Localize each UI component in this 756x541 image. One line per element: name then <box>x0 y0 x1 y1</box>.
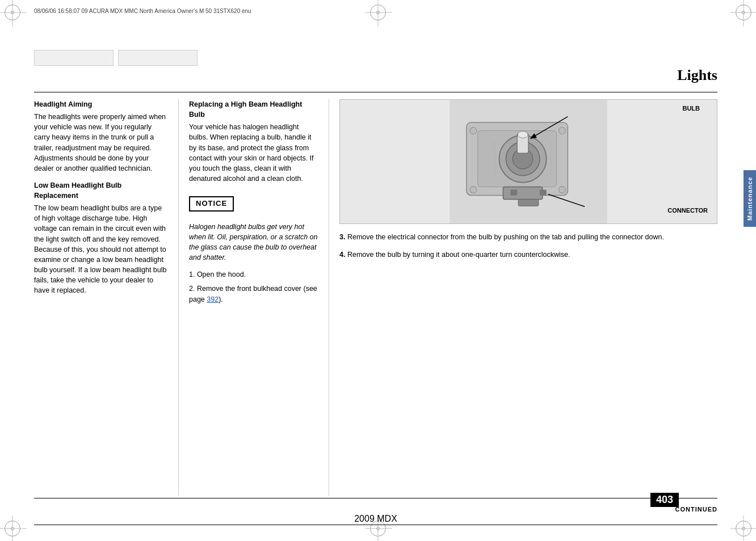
steps: 1. Open the hood. 2. Remove the front bu… <box>189 269 318 305</box>
maintenance-label: Maintenance <box>746 176 753 221</box>
low-beam-title-text: Low Beam Headlight BulbReplacement <box>34 181 121 200</box>
step-3: 3. Remove the electrical connector from … <box>339 232 717 243</box>
step-4: 4. Remove the bulb by turning it about o… <box>339 250 717 260</box>
notice-box: NOTICE <box>189 196 234 212</box>
diagram-label-bulb: BULB <box>682 104 700 113</box>
reg-mark-bl <box>5 521 20 536</box>
svg-point-16 <box>470 187 477 193</box>
page-number: 403 <box>650 493 679 507</box>
diagram-container: BULB CONNECTOR <box>339 99 717 224</box>
maintenance-sidebar: Maintenance <box>744 170 756 227</box>
step-2-end: ). <box>219 295 223 303</box>
step-4-num: 4. <box>339 251 345 259</box>
svg-point-14 <box>470 128 477 134</box>
high-beam-title-text: Replacing a High Beam Headlight Bulb <box>189 100 302 119</box>
svg-point-7 <box>518 131 528 138</box>
footer-rule-top <box>34 498 717 498</box>
title-rule <box>34 92 717 92</box>
footer-continued: CONTINUED <box>675 506 717 513</box>
tab-buttons <box>34 50 198 66</box>
headlight-aiming-title: Headlight Aiming <box>34 99 168 109</box>
svg-point-15 <box>559 128 566 134</box>
svg-rect-11 <box>540 190 547 196</box>
page: 08/06/06 16:58:07 09 ACURA MDX MMC North… <box>0 0 756 541</box>
header-bar: 08/06/06 16:58:07 09 ACURA MDX MMC North… <box>34 8 722 14</box>
low-beam-title: Low Beam Headlight BulbReplacement <box>34 180 168 201</box>
svg-point-17 <box>559 187 566 193</box>
step-2-link[interactable]: 392 <box>207 295 219 303</box>
footer-model: 2009 MDX <box>354 514 397 523</box>
header-meta: 08/06/06 16:58:07 09 ACURA MDX MMC North… <box>34 8 722 14</box>
content-area: Headlight Aiming The headlights were pro… <box>34 99 717 496</box>
svg-rect-10 <box>510 190 517 196</box>
step-4-text: Remove the bulb by turning it about one-… <box>347 251 570 259</box>
notice-text: Halogen headlight bulbs get very hot whe… <box>189 222 318 263</box>
high-beam-title: Replacing a High Beam Headlight Bulb <box>189 99 318 120</box>
page-title: Lights <box>677 67 717 84</box>
col-right: BULB CONNECTOR <box>329 99 717 496</box>
svg-rect-9 <box>503 187 542 200</box>
headlight-aiming-body: The headlights were properly aimed when … <box>34 112 168 174</box>
tab-button-1[interactable] <box>34 50 114 66</box>
diagram-label-connector: CONNECTOR <box>667 206 708 215</box>
footer-area: 2009 MDX 403 <box>34 514 717 524</box>
low-beam-body: The low beam headlight bulbs are a type … <box>34 203 168 295</box>
reg-mark-tr <box>736 5 751 20</box>
step-2: 2. Remove the front bulkhead cover (see … <box>189 284 318 305</box>
svg-rect-13 <box>518 199 539 206</box>
notice-label: NOTICE <box>196 199 227 208</box>
step-3-num: 3. <box>339 233 345 241</box>
step-1: 1. Open the hood. <box>189 269 318 280</box>
col-mid: Replacing a High Beam Headlight Bulb You… <box>179 99 329 496</box>
reg-mark-tl <box>5 5 20 20</box>
footer-rule-bottom <box>34 525 717 525</box>
tab-button-2[interactable] <box>118 50 198 66</box>
step-3-text: Remove the electrical connector from the… <box>347 233 664 241</box>
col-left: Headlight Aiming The headlights were pro… <box>34 99 179 496</box>
right-steps: 3. Remove the electrical connector from … <box>339 232 717 260</box>
reg-mark-br <box>736 521 751 536</box>
diagram-svg <box>340 100 717 223</box>
high-beam-body: Your vehicle has halogen headlight bulbs… <box>189 122 318 184</box>
